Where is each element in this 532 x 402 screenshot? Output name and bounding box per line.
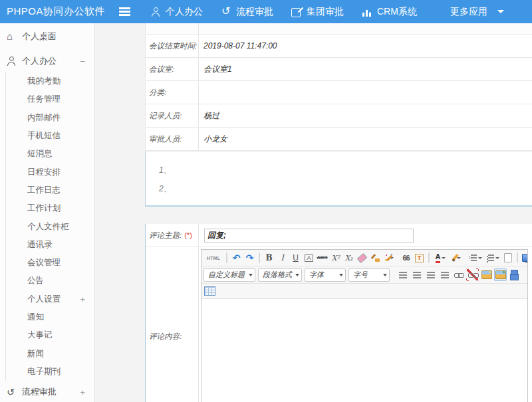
sidebar-icon bbox=[17, 294, 27, 304]
note-line: 2、 bbox=[159, 179, 532, 198]
sidebar-icon bbox=[17, 203, 27, 214]
font-border-button[interactable]: A bbox=[303, 252, 315, 264]
comment-content-label: 评论内容: bbox=[146, 247, 199, 402]
paragraph-format-select[interactable]: 段落格式 bbox=[258, 268, 302, 282]
sidebar-item-my-attendance[interactable]: 我的考勤 bbox=[5, 72, 94, 90]
sidebar-item-personal-files[interactable]: 个人文件柜 bbox=[5, 217, 94, 235]
redo-button[interactable]: ↷ bbox=[243, 252, 256, 264]
insert-table-button[interactable] bbox=[203, 285, 216, 298]
toolbar-separator[interactable] bbox=[226, 252, 227, 263]
font-size-select[interactable]: 字号 bbox=[348, 268, 390, 282]
paste-as-text-button[interactable]: T bbox=[413, 252, 426, 264]
chevron-down-icon bbox=[497, 10, 504, 13]
nav-crm-system[interactable]: CRM系统 bbox=[362, 6, 417, 18]
sidebar-icon bbox=[17, 167, 27, 177]
sidebar-item-workflow-approval[interactable]: 流程审批 + bbox=[0, 381, 94, 402]
comment-subject-label: 评论主题: (*) bbox=[146, 224, 199, 247]
sidebar-icon bbox=[17, 149, 27, 159]
format-painter-button[interactable] bbox=[369, 252, 382, 264]
image-manager-button[interactable] bbox=[494, 268, 507, 281]
strikethrough-button[interactable]: ABC bbox=[316, 252, 329, 264]
sidebar-icon bbox=[17, 185, 27, 195]
sidebar-item-contacts[interactable]: 通讯录 bbox=[5, 236, 94, 254]
comment-subject-input[interactable] bbox=[204, 229, 414, 243]
sidebar-item-e-journal[interactable]: 电子期刊 bbox=[5, 363, 94, 381]
fullscreen-button[interactable] bbox=[521, 252, 527, 264]
field-label: 审批人员: bbox=[146, 128, 199, 150]
nav-group-approval[interactable]: 集团审批 bbox=[291, 6, 344, 18]
rich-text-editor: HTML ↶ bbox=[201, 249, 528, 402]
subscript-button[interactable]: X₂ bbox=[342, 252, 355, 264]
nav-icon bbox=[362, 7, 372, 17]
chevron-down-icon bbox=[249, 274, 253, 276]
hamburger-menu-icon[interactable] bbox=[118, 7, 132, 16]
insert-image-button[interactable] bbox=[480, 268, 493, 281]
chevron-down-icon bbox=[442, 257, 446, 259]
sidebar-item-work-log[interactable]: 工作日志 bbox=[5, 181, 94, 199]
sidebar-item-notice[interactable]: 通知 bbox=[5, 308, 94, 326]
sidebar-icon bbox=[17, 258, 27, 268]
sidebar-item-label: 我的考勤 bbox=[27, 76, 61, 87]
ordered-list-button[interactable] bbox=[467, 252, 483, 264]
nav-workflow-approval[interactable]: 流程审批 bbox=[221, 6, 273, 18]
justify-button[interactable] bbox=[438, 268, 451, 281]
unlink-button[interactable] bbox=[466, 268, 479, 281]
bold-button[interactable]: B bbox=[263, 252, 275, 264]
link-button[interactable] bbox=[452, 268, 465, 281]
align-right-button[interactable] bbox=[424, 268, 437, 281]
sidebar-item-work-plan[interactable]: 工作计划 bbox=[5, 199, 94, 217]
sidebar-item-announcement[interactable]: 公告 bbox=[5, 272, 94, 290]
nav-icon bbox=[291, 7, 302, 17]
align-left-button[interactable] bbox=[396, 268, 409, 281]
font-family-select[interactable]: 字体 bbox=[305, 268, 346, 282]
underline-button[interactable]: U bbox=[289, 252, 302, 264]
sidebar-item-personal-settings[interactable]: 个人设置 + bbox=[5, 290, 94, 308]
sidebar-item-meeting-management[interactable]: 会议管理 bbox=[5, 254, 94, 272]
sidebar-item-sms[interactable]: 手机短信 bbox=[5, 127, 94, 145]
auto-typeset-button[interactable] bbox=[382, 252, 399, 264]
align-center-button[interactable] bbox=[410, 268, 423, 281]
eraser-button[interactable] bbox=[356, 252, 368, 264]
expand-toggle[interactable]: + bbox=[80, 294, 85, 304]
superscript-button[interactable]: X² bbox=[329, 252, 342, 264]
sidebar-icon bbox=[17, 112, 27, 123]
nav-icon bbox=[221, 7, 231, 17]
dropdown-label: 字号 bbox=[353, 270, 368, 280]
sidebar-icon bbox=[17, 330, 27, 341]
note-line: 1、 bbox=[159, 161, 532, 179]
dropdown-label: 字体 bbox=[309, 270, 324, 280]
toolbar-separator[interactable] bbox=[259, 252, 260, 263]
field-value: 2019-08-07 11:47:00 bbox=[199, 35, 532, 57]
sidebar-item-memorabilia[interactable]: 大事记 bbox=[5, 326, 94, 344]
highlight-color-button[interactable] bbox=[450, 252, 466, 264]
sidebar-item-schedule[interactable]: 日程安排 bbox=[5, 163, 94, 181]
font-color-button[interactable]: A bbox=[432, 252, 449, 264]
toolbar-separator[interactable] bbox=[428, 252, 430, 263]
html-source-button[interactable]: HTML bbox=[203, 252, 223, 264]
toolbar-separator[interactable] bbox=[517, 252, 518, 263]
sidebar-item-personal-office[interactable]: 个人办公 − bbox=[0, 50, 94, 72]
italic-button[interactable]: I bbox=[276, 252, 289, 264]
nav-personal-office[interactable]: 个人办公 bbox=[150, 6, 203, 18]
expand-toggle[interactable]: + bbox=[80, 387, 85, 397]
editor-content-area[interactable] bbox=[201, 299, 527, 402]
expand-toggle[interactable]: − bbox=[80, 56, 85, 66]
field-value: 杨过 bbox=[199, 104, 532, 127]
sidebar-item-short-message[interactable]: 短消息 bbox=[5, 145, 94, 163]
undo-button[interactable]: ↶ bbox=[230, 252, 243, 264]
split-cells-button[interactable] bbox=[508, 268, 521, 281]
custom-title-select[interactable]: 自定义标题 bbox=[203, 268, 255, 282]
top-bar: PHPOA协同办公软件 个人办公 流程审批 集团审批 CRM系统 bbox=[0, 0, 532, 23]
sidebar-item-label: 大事记 bbox=[27, 330, 53, 341]
sidebar-item-task-management[interactable]: 任务管理 bbox=[5, 90, 94, 108]
unordered-list-button[interactable] bbox=[484, 252, 501, 264]
field-value bbox=[199, 81, 532, 104]
nav-label: 个人办公 bbox=[166, 6, 203, 18]
sidebar-item-personal-desktop[interactable]: 个人桌面 bbox=[0, 23, 94, 50]
blockquote-button[interactable]: 66 bbox=[400, 252, 412, 264]
sidebar-item-news[interactable]: 新闻 bbox=[5, 344, 94, 362]
sidebar-item-label: 日程安排 bbox=[27, 167, 61, 178]
sidebar-item-internal-mail[interactable]: 内部邮件 bbox=[5, 109, 94, 127]
new-page-button[interactable] bbox=[501, 252, 514, 264]
nav-more-apps[interactable]: 更多应用 bbox=[435, 6, 487, 18]
